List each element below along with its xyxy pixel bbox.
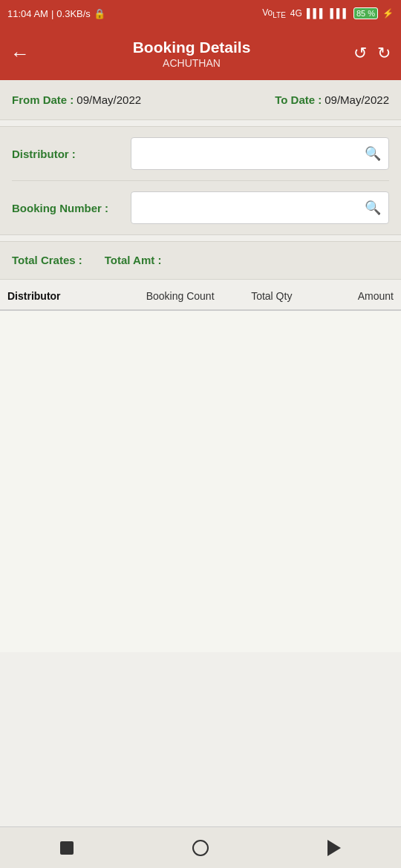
col-distributor: Distributor bbox=[7, 290, 129, 302]
nav-back-button[interactable] bbox=[319, 833, 349, 863]
square-icon bbox=[60, 841, 74, 855]
network-speed: | bbox=[51, 8, 53, 19]
nav-home-button[interactable] bbox=[186, 833, 215, 863]
nav-square-button[interactable] bbox=[52, 833, 82, 863]
table-body bbox=[0, 311, 401, 652]
form-section: Distributor : 🔍 Booking Number : 🔍 bbox=[0, 126, 401, 235]
total-amt-label: Total Amt : bbox=[105, 254, 162, 266]
col-total-qty: Total Qty bbox=[231, 290, 312, 302]
total-crates-label: Total Crates : bbox=[12, 254, 82, 266]
undo-button[interactable]: ↺ bbox=[353, 44, 367, 63]
refresh-button[interactable]: ↻ bbox=[377, 44, 391, 63]
status-right: VoLTE 4G ▌▌▌ ▌▌▌ 85 % ⚡ bbox=[262, 7, 394, 19]
booking-number-label: Booking Number : bbox=[12, 202, 123, 214]
booking-number-search-icon[interactable]: 🔍 bbox=[365, 200, 381, 216]
booking-number-input[interactable] bbox=[139, 202, 365, 214]
distributor-input-wrap[interactable]: 🔍 bbox=[131, 137, 389, 170]
date-row: From Date : 09/May/2022 To Date : 09/May… bbox=[0, 80, 401, 120]
table-header: Distributor Booking Count Total Qty Amou… bbox=[0, 280, 401, 311]
app-header: ← Booking Details ACHUTHAN ↺ ↻ bbox=[0, 27, 401, 80]
booking-number-row: Booking Number : 🔍 bbox=[12, 180, 389, 234]
network-4g-icon: 4G bbox=[290, 8, 302, 19]
total-crates-block: Total Crates : bbox=[12, 254, 82, 267]
distributor-input[interactable] bbox=[139, 148, 365, 160]
bottom-nav bbox=[0, 826, 401, 868]
page-subtitle: ACHUTHAN bbox=[30, 57, 353, 69]
triangle-icon bbox=[327, 840, 341, 856]
distributor-search-icon[interactable]: 🔍 bbox=[365, 145, 381, 162]
col-booking-count: Booking Count bbox=[129, 290, 231, 302]
distributor-row: Distributor : 🔍 bbox=[12, 127, 389, 180]
circle-icon bbox=[192, 840, 209, 856]
header-title-block: Booking Details ACHUTHAN bbox=[30, 38, 353, 68]
volte-icon: VoLTE bbox=[262, 7, 286, 19]
time-label: 11:04 AM bbox=[7, 8, 48, 19]
from-date-value[interactable]: 09/May/2022 bbox=[76, 93, 141, 106]
page-title: Booking Details bbox=[30, 38, 353, 56]
header-actions: ↺ ↻ bbox=[353, 44, 391, 63]
summary-section: Total Crates : Total Amt : bbox=[0, 241, 401, 280]
status-left: 11:04 AM | 0.3KB/s 🔒 bbox=[7, 8, 105, 19]
distributor-label: Distributor : bbox=[12, 148, 123, 160]
total-amt-block: Total Amt : bbox=[105, 254, 162, 267]
charging-icon: ⚡ bbox=[382, 8, 394, 19]
battery-indicator: 85 % bbox=[353, 7, 378, 19]
to-date-label: To Date : bbox=[275, 93, 322, 106]
wifi-signal-icon: ▌▌▌ bbox=[330, 8, 349, 19]
booking-number-input-wrap[interactable]: 🔍 bbox=[131, 191, 389, 224]
lock-icon: 🔒 bbox=[94, 8, 105, 19]
col-amount: Amount bbox=[313, 290, 394, 302]
signal-icon: ▌▌▌ bbox=[307, 8, 326, 19]
back-button[interactable]: ← bbox=[10, 42, 30, 65]
to-date-value[interactable]: 09/May/2022 bbox=[325, 93, 389, 106]
status-bar: 11:04 AM | 0.3KB/s 🔒 VoLTE 4G ▌▌▌ ▌▌▌ 85… bbox=[0, 0, 401, 27]
network-speed-value: 0.3KB/s bbox=[56, 8, 91, 19]
from-date-label: From Date : bbox=[12, 93, 74, 106]
